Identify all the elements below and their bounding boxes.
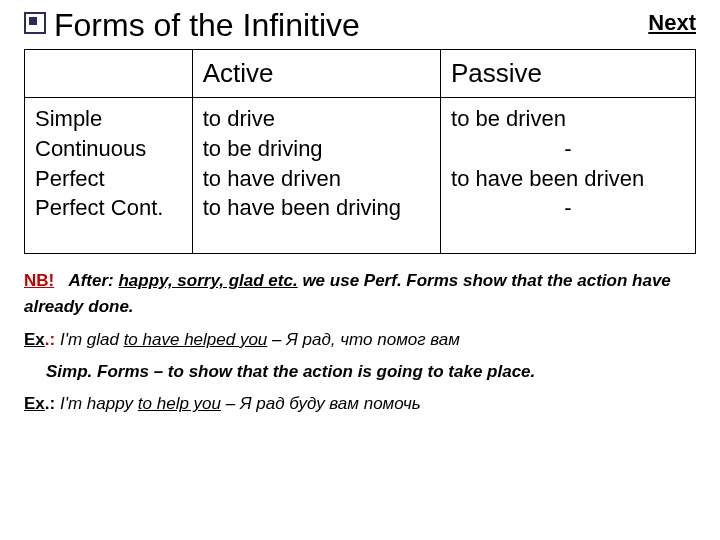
table-header-row: Active Passive xyxy=(25,50,696,98)
nb-label: NB! xyxy=(24,271,54,290)
passive-simple: to be driven xyxy=(451,106,566,131)
active-perfect: to have driven xyxy=(203,166,341,191)
passive-perfect-cont: - xyxy=(451,193,685,223)
next-link[interactable]: Next xyxy=(648,10,696,36)
passive-continuous: - xyxy=(451,134,685,164)
ex1-dot: .: xyxy=(45,330,55,349)
nb-after: After: xyxy=(68,271,113,290)
row-label-simple: Simple xyxy=(35,106,102,131)
row-label-perfect: Perfect xyxy=(35,166,105,191)
notes-block: NB! After: happy, sorry, glad etc. we us… xyxy=(24,268,696,418)
title-group: Forms of the Infinitive xyxy=(24,8,360,43)
empty-header xyxy=(25,50,193,98)
passive-cell: to be driven - to have been driven - xyxy=(441,98,696,254)
active-continuous: to be driving xyxy=(203,136,323,161)
simp-text: Simp. Forms – to show that the action is… xyxy=(46,362,535,381)
col-passive-header: Passive xyxy=(441,50,696,98)
nb-line: NB! After: happy, sorry, glad etc. we us… xyxy=(24,268,696,321)
infinitive-table: Active Passive Simple Continuous Perfect… xyxy=(24,49,696,254)
active-cell: to drive to be driving to have driven to… xyxy=(192,98,440,254)
ex1-text-u: to have helped you xyxy=(124,330,268,349)
col-active-header: Active xyxy=(192,50,440,98)
nb-adjectives: happy, sorry, glad etc. xyxy=(118,271,297,290)
ex1-label: Ex xyxy=(24,330,45,349)
ex1-text-b: – Я рад, что помог вам xyxy=(267,330,460,349)
ex2-text-b: – Я рад буду вам помочь xyxy=(221,394,421,413)
row-labels-cell: Simple Continuous Perfect Perfect Cont. xyxy=(25,98,193,254)
ex1-line: Ex.: I'm glad to have helped you – Я рад… xyxy=(24,327,696,353)
active-simple: to drive xyxy=(203,106,275,131)
ex2-text-a: I'm happy xyxy=(60,394,138,413)
passive-perfect: to have been driven xyxy=(451,166,644,191)
row-label-perfect-cont: Perfect Cont. xyxy=(35,195,163,220)
table-body-row: Simple Continuous Perfect Perfect Cont. … xyxy=(25,98,696,254)
simp-line: Simp. Forms – to show that the action is… xyxy=(46,359,696,385)
ex2-line: Ex.: I'm happy to help you – Я рад буду … xyxy=(24,391,696,417)
header-row: Forms of the Infinitive Next xyxy=(24,8,696,43)
ex2-label: Ex xyxy=(24,394,45,413)
row-label-continuous: Continuous xyxy=(35,136,146,161)
bullet-icon xyxy=(24,12,46,34)
ex2-text-u: to help you xyxy=(138,394,221,413)
active-perfect-cont: to have been driving xyxy=(203,195,401,220)
ex2-dot: .: xyxy=(45,394,55,413)
page-title: Forms of the Infinitive xyxy=(54,8,360,43)
ex1-text-a: I'm glad xyxy=(60,330,124,349)
